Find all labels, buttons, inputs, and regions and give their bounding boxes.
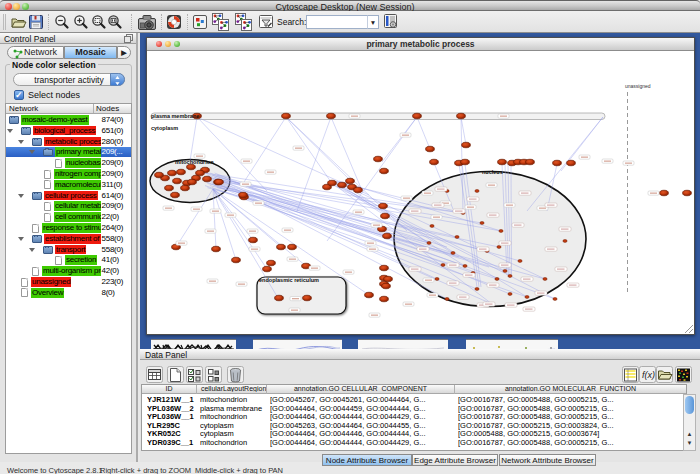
svg-text:nucleus: nucleus xyxy=(482,169,503,175)
svg-text:mitochondrion: mitochondrion xyxy=(175,159,214,165)
svg-text:plasma membrane: plasma membrane xyxy=(151,113,199,119)
svg-text:cytoplasm: cytoplasm xyxy=(151,125,178,131)
svg-text:endoplasmic reticulum: endoplasmic reticulum xyxy=(259,277,319,283)
svg-text:unassigned: unassigned xyxy=(625,83,651,89)
svg-text:f(x): f(x) xyxy=(642,370,655,380)
